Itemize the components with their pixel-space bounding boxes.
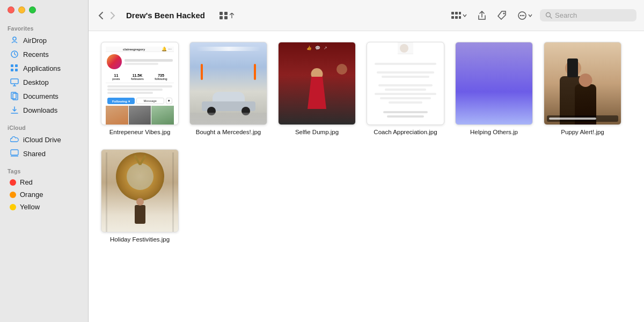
airdrop-icon	[10, 35, 19, 45]
svg-point-29	[522, 14, 523, 16]
sidebar-item-airdrop-label: AirDrop	[23, 36, 47, 45]
svg-point-30	[523, 14, 524, 16]
nav-buttons	[96, 10, 118, 21]
svg-point-31	[546, 13, 551, 17]
file-grid: claireegregory 🔔 ··· 11posts 11.5Kfollow…	[89, 31, 644, 322]
svg-rect-8	[11, 79, 18, 84]
svg-rect-17	[224, 12, 228, 15]
tag-orange-label: Orange	[20, 191, 43, 199]
svg-rect-7	[15, 69, 18, 71]
svg-point-28	[520, 14, 521, 16]
tag-yellow-label: Yellow	[20, 203, 40, 211]
tag-button[interactable]	[494, 9, 510, 22]
svg-rect-22	[459, 12, 461, 14]
sidebar-item-icloud-drive-label: iCloud Drive	[23, 136, 61, 144]
forward-button[interactable]	[108, 10, 118, 21]
shared-icon	[10, 149, 19, 158]
sort-button[interactable]	[448, 10, 470, 21]
svg-rect-16	[219, 12, 223, 15]
sidebar-item-airdrop[interactable]: AirDrop	[2, 33, 86, 47]
svg-rect-19	[224, 16, 228, 19]
tags-section-label: Tags	[0, 164, 88, 176]
search-icon	[545, 12, 552, 19]
sidebar-item-tag-red[interactable]: Red	[2, 176, 86, 188]
sidebar: Favorites AirDrop Recents Applications D…	[0, 0, 89, 322]
svg-rect-21	[455, 12, 458, 14]
orange-tag-dot	[10, 192, 16, 198]
file-thumbnail	[455, 42, 533, 125]
window-title: Drew's Been Hacked	[126, 11, 205, 20]
more-button[interactable]	[514, 9, 536, 22]
file-name: Coach Appreciation.jpg	[374, 128, 437, 136]
file-name: Selfie Dump.jpg	[295, 128, 339, 136]
sidebar-item-desktop[interactable]: Desktop	[2, 75, 86, 89]
grid-view-button[interactable]	[216, 10, 237, 21]
svg-point-26	[503, 12, 505, 14]
share-button[interactable]	[474, 9, 489, 22]
file-name: Puppy Alert!.jpg	[561, 128, 604, 136]
file-thumbnail	[367, 42, 444, 125]
svg-rect-14	[11, 150, 18, 155]
sidebar-item-icloud-drive[interactable]: iCloud Drive	[2, 133, 86, 147]
sidebar-item-documents[interactable]: Documents	[2, 89, 86, 103]
sidebar-item-shared-label: Shared	[23, 150, 46, 158]
toolbar-right	[448, 9, 636, 22]
file-item[interactable]: claireegregory 🔔 ··· 11posts 11.5Kfollow…	[98, 42, 181, 136]
file-name: Entrepeneur Vibes.jpg	[109, 128, 171, 136]
svg-point-0	[13, 37, 16, 40]
sidebar-item-applications[interactable]: Applications	[2, 61, 86, 75]
view-toggle	[216, 10, 237, 21]
sidebar-item-downloads[interactable]: Downloads	[2, 103, 86, 117]
sidebar-item-tag-yellow[interactable]: Yellow	[2, 201, 86, 213]
search-box[interactable]	[540, 9, 636, 21]
file-thumbnail: claireegregory 🔔 ··· 11posts 11.5Kfollow…	[101, 42, 179, 125]
sidebar-item-documents-label: Documents	[23, 92, 58, 100]
sidebar-item-shared[interactable]: Shared	[2, 147, 86, 160]
svg-rect-4	[11, 64, 13, 67]
svg-rect-23	[451, 16, 454, 19]
svg-rect-20	[451, 12, 454, 14]
file-thumbnail	[101, 149, 179, 232]
svg-line-32	[550, 17, 552, 18]
yellow-tag-dot	[10, 204, 16, 210]
downloads-icon	[10, 105, 19, 115]
search-input[interactable]	[555, 11, 630, 19]
toolbar: Drew's Been Hacked	[89, 0, 644, 31]
desktop-icon	[10, 77, 19, 87]
file-thumbnail	[544, 42, 621, 125]
documents-icon	[10, 91, 19, 101]
tag-red-label: Red	[20, 178, 33, 186]
window-controls	[0, 6, 88, 21]
icloud-section-label: iCloud	[0, 120, 88, 133]
sidebar-item-applications-label: Applications	[23, 64, 61, 72]
file-thumbnail	[189, 42, 267, 125]
clock-icon	[10, 49, 19, 59]
svg-line-3	[14, 54, 16, 55]
svg-rect-25	[459, 16, 461, 19]
file-item[interactable]: Bought a Mercedes!.jpg	[187, 42, 270, 136]
file-name: Helping Others.jp	[470, 128, 518, 136]
file-item[interactable]: Holiday Festivities.jpg	[98, 149, 181, 244]
file-item[interactable]: Puppy Alert!.jpg	[541, 42, 624, 136]
svg-rect-6	[11, 69, 13, 71]
sidebar-item-tag-orange[interactable]: Orange	[2, 188, 86, 201]
red-tag-dot	[10, 179, 16, 186]
fullscreen-button[interactable]	[29, 6, 36, 13]
file-item[interactable]: Coach Appreciation.jpg	[364, 42, 447, 136]
file-name: Bought a Mercedes!.jpg	[196, 128, 261, 136]
file-name: Holiday Festivities.jpg	[110, 236, 170, 244]
sidebar-item-desktop-label: Desktop	[23, 78, 49, 86]
file-item[interactable]: Helping Others.jp	[452, 42, 536, 136]
apps-icon	[10, 63, 19, 73]
svg-rect-18	[219, 16, 223, 19]
svg-rect-5	[15, 64, 18, 67]
file-item[interactable]: 👍💬↗ Selfie Dump.jpg	[275, 42, 358, 136]
sidebar-item-recents[interactable]: Recents	[2, 47, 86, 61]
file-thumbnail: 👍💬↗	[278, 42, 356, 125]
main-panel: Drew's Been Hacked	[89, 0, 644, 322]
minimize-button[interactable]	[18, 6, 25, 13]
close-button[interactable]	[8, 6, 14, 13]
back-button[interactable]	[96, 10, 106, 21]
sidebar-item-downloads-label: Downloads	[23, 106, 57, 114]
icloud-icon	[10, 135, 19, 144]
